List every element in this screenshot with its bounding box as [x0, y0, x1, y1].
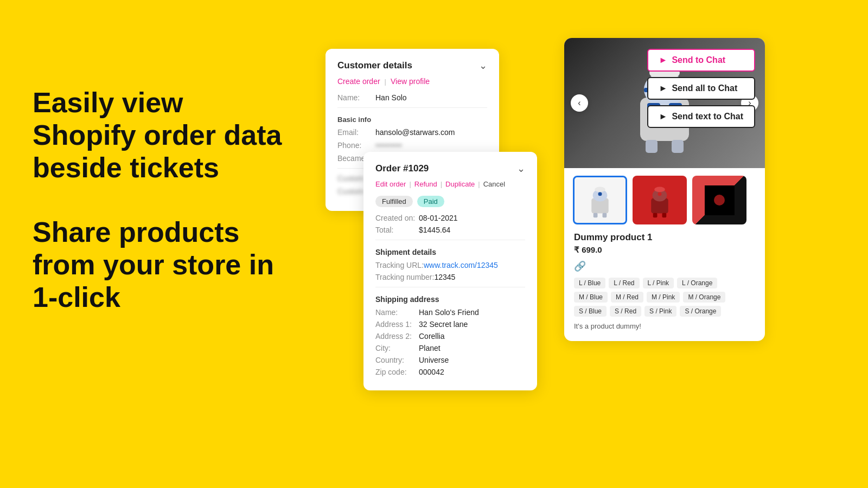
variant-s-blue: S / Blue	[574, 306, 607, 317]
tracking-number-row: Tracking number: 12345	[375, 273, 525, 281]
name-value: Han Solo	[375, 93, 407, 102]
send-text-to-chat-label: Send text to Chat	[672, 112, 743, 121]
refund-link[interactable]: Refund	[414, 180, 437, 188]
send-text-icon: ►	[659, 112, 668, 121]
svg-rect-22	[662, 213, 667, 217]
divider-1: |	[409, 180, 411, 188]
send-text-to-chat-button[interactable]: ► Send text to Chat	[647, 105, 755, 128]
tracking-url-label: Tracking URL:	[375, 261, 424, 269]
thumb-robot-2	[641, 181, 679, 219]
send-all-to-chat-button[interactable]: ► Send all to Chat	[647, 77, 755, 100]
tracking-url-row: Tracking URL: www.track.com/12345	[375, 261, 525, 269]
variant-m-blue: M / Blue	[574, 292, 608, 303]
variant-s-orange: S / Orange	[680, 306, 721, 317]
variants-row-1: L / Blue L / Red L / Pink L / Orange	[574, 278, 755, 288]
city-row: City: Planet	[375, 344, 525, 352]
addr2-label: Address 2:	[375, 332, 419, 341]
link-icon[interactable]: 🔗	[574, 260, 755, 272]
svg-point-20	[654, 187, 665, 192]
paid-badge: Paid	[417, 196, 444, 207]
view-profile-link[interactable]: View profile	[391, 77, 430, 86]
variant-l-blue: L / Blue	[574, 278, 605, 288]
create-order-link[interactable]: Create order	[337, 77, 380, 86]
customer-card-title: Customer details	[337, 60, 412, 71]
edit-order-link[interactable]: Edit order	[375, 180, 406, 188]
product-info: Dummy product 1 ₹ 699.0 🔗 L / Blue L / R…	[564, 224, 765, 330]
ship-name-value: Han Solo's Friend	[419, 308, 479, 317]
send-to-chat-label: Send to Chat	[672, 55, 725, 65]
zip-row: Zip code: 000042	[375, 368, 525, 376]
customer-card-header: Customer details ⌄	[337, 60, 487, 72]
addr1-label: Address 1:	[375, 320, 419, 329]
variant-s-red: S / Red	[610, 306, 641, 317]
svg-rect-16	[603, 213, 607, 217]
product-name: Dummy product 1	[574, 232, 755, 243]
cancel-link[interactable]: Cancel	[483, 180, 505, 188]
city-label: City:	[375, 344, 419, 352]
variant-l-pink: L / Pink	[643, 278, 674, 288]
order-actions: Edit order | Refund | Duplicate | Cancel	[375, 180, 525, 188]
send-to-chat-button[interactable]: ► Send to Chat	[647, 49, 755, 72]
total-label: Total:	[375, 226, 419, 234]
order-title: Order #1029	[375, 163, 429, 174]
product-price: ₹ 699.0	[574, 245, 755, 255]
ship-name-label: Name:	[375, 308, 419, 317]
zip-label: Zip code:	[375, 368, 419, 376]
variant-l-orange: L / Orange	[677, 278, 717, 288]
svg-rect-10	[672, 140, 684, 153]
total-row: Total: $1445.64	[375, 226, 525, 234]
carousel-prev-button[interactable]: ‹	[571, 94, 588, 112]
variant-m-orange: M / Orange	[683, 292, 725, 303]
tracking-url-link[interactable]: www.track.com/12345	[424, 261, 498, 269]
product-description: It's a product dummy!	[574, 322, 755, 330]
product-card: ‹ › ► Send to Chat ► Send all to Chat ► …	[564, 38, 765, 341]
divider-2: |	[441, 180, 442, 188]
svg-rect-15	[593, 213, 598, 217]
svg-point-14	[595, 187, 605, 192]
order-collapse-icon[interactable]: ⌄	[517, 163, 525, 175]
send-icon: ►	[659, 55, 668, 65]
addr2-value: Corellia	[419, 332, 444, 341]
order-divider-1	[375, 240, 525, 240]
phone-row: Phone: ••••••••••	[337, 141, 487, 150]
customer-card-actions: Create order | View profile	[337, 77, 487, 86]
duplicate-link[interactable]: Duplicate	[445, 180, 475, 188]
country-value: Universe	[419, 356, 449, 364]
left-text-area: Easily view Shopify order data beside ti…	[33, 87, 293, 314]
send-buttons-overlay: ► Send to Chat ► Send all to Chat ► Send…	[647, 49, 755, 128]
thumbnail-1[interactable]	[573, 176, 627, 224]
country-row: Country: Universe	[375, 356, 525, 364]
thumbnail-2[interactable]	[633, 176, 687, 224]
svg-point-19	[658, 192, 662, 196]
card-divider	[337, 107, 487, 108]
tracking-number-label: Tracking number:	[375, 273, 434, 281]
addr2-row: Address 2: Corellia	[375, 332, 525, 341]
variants-row-3: S / Blue S / Red S / Pink S / Orange	[574, 306, 755, 317]
badges-row: Fulfilled Paid	[375, 196, 525, 207]
send-all-to-chat-label: Send all to Chat	[672, 84, 737, 93]
zip-value: 000042	[419, 368, 444, 376]
product-main-image: ‹ › ► Send to Chat ► Send all to Chat ► …	[564, 38, 765, 168]
thumbnail-3[interactable]	[692, 176, 746, 224]
order-card: Order #1029 ⌄ Edit order | Refund | Dupl…	[363, 152, 537, 390]
variants-row-2: M / Blue M / Red M / Pink M / Orange	[574, 292, 755, 303]
fulfilled-badge: Fulfilled	[375, 196, 413, 207]
tracking-number-value: 12345	[434, 273, 455, 281]
total-value: $1445.64	[419, 226, 450, 234]
customer-name-row: Name: Han Solo	[337, 93, 487, 102]
addr1-row: Address 1: 32 Secret lane	[375, 320, 525, 329]
collapse-icon[interactable]: ⌄	[479, 60, 487, 72]
phone-label: Phone:	[337, 141, 375, 150]
name-label: Name:	[337, 93, 375, 102]
thumbnails-row	[564, 168, 765, 224]
thumb-robot-3	[705, 185, 735, 215]
variant-s-pink: S / Pink	[644, 306, 676, 317]
order-header: Order #1029 ⌄	[375, 163, 525, 175]
variant-l-red: L / Red	[609, 278, 639, 288]
order-divider-2	[375, 287, 525, 287]
basic-info-title: Basic info	[337, 115, 487, 124]
shipment-title: Shipment details	[375, 248, 525, 256]
email-label: Email:	[337, 128, 375, 137]
send-all-icon: ►	[659, 84, 668, 93]
variant-m-red: M / Red	[611, 292, 643, 303]
